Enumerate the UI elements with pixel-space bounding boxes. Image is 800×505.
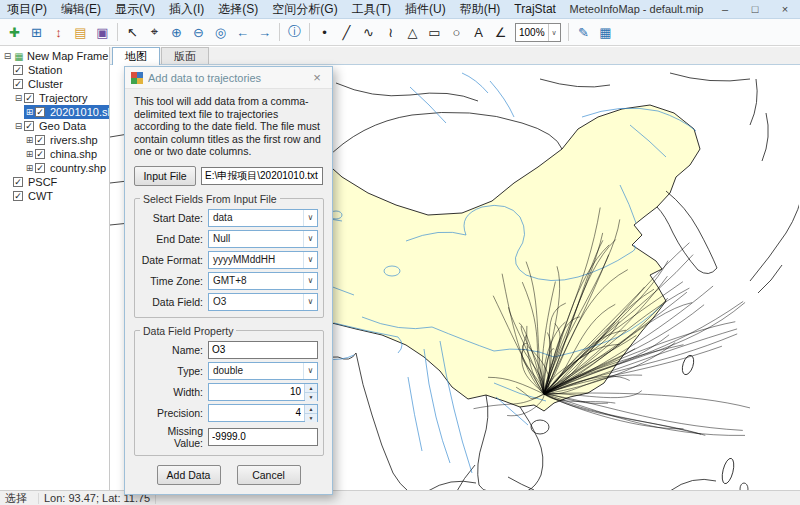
expand-icon[interactable]: ⊞	[24, 135, 35, 145]
text-label-icon[interactable]: A	[468, 22, 489, 43]
collapse-icon[interactable]: ⊟	[13, 93, 24, 103]
save-icon[interactable]: ▣	[92, 22, 113, 43]
expand-icon[interactable]: ⊞	[24, 149, 35, 159]
width-field[interactable]	[209, 384, 304, 400]
tree-node-cwt[interactable]: ✓ CWT	[13, 189, 109, 203]
tree-node-20201010-shp[interactable]: ⊞ ✓ 20201010.shp	[24, 105, 109, 119]
layer-checkbox[interactable]: ✓	[35, 163, 45, 173]
chevron-down-icon[interactable]: ∨	[303, 252, 317, 268]
maximize-button[interactable]: □	[740, 0, 770, 18]
draw-curve-icon[interactable]: ≀	[380, 22, 401, 43]
tree-node-rivers-shp[interactable]: ⊞ ✓ rivers.shp	[24, 133, 109, 147]
precision-spinner[interactable]: ▲ ▼	[208, 404, 318, 422]
name-field[interactable]	[208, 341, 318, 359]
layer-checkbox[interactable]: ✓	[35, 107, 45, 117]
tab-map[interactable]: 地图	[112, 47, 160, 65]
menu-insert[interactable]: 插入(I)	[162, 0, 211, 18]
next-extent-icon[interactable]: →	[254, 22, 275, 43]
menu-trajstat[interactable]: TrajStat	[507, 0, 563, 18]
layer-checkbox[interactable]: ✓	[35, 135, 45, 145]
expand-icon[interactable]: ⊞	[24, 107, 35, 117]
layer-checkbox[interactable]: ✓	[24, 93, 34, 103]
chevron-down-icon[interactable]: ∨	[548, 24, 559, 41]
chevron-down-icon[interactable]: ∨	[303, 363, 317, 379]
data-field-combo[interactable]: O3 ∨	[208, 293, 318, 311]
end-date-combo[interactable]: Null ∨	[208, 230, 318, 248]
pan-icon[interactable]: ⌖	[144, 22, 165, 43]
menu-selection[interactable]: 选择(S)	[211, 0, 265, 18]
draw-point-icon[interactable]: •	[314, 22, 335, 43]
edit-pencil-icon[interactable]: ✎	[573, 22, 594, 43]
dialog-close-icon[interactable]: ×	[308, 70, 326, 85]
identify-icon[interactable]: ⓘ	[284, 22, 305, 43]
previous-extent-icon[interactable]: ←	[232, 22, 253, 43]
tree-label: CWT	[26, 190, 55, 202]
menu-edit[interactable]: 编辑(E)	[54, 0, 108, 18]
tree-node-pscf[interactable]: ✓ PSCF	[13, 175, 109, 189]
chevron-down-icon[interactable]: ∨	[303, 231, 317, 247]
zoom-combo[interactable]: ∨	[515, 23, 561, 42]
zoom-in-icon[interactable]: ⊕	[166, 22, 187, 43]
input-file-button[interactable]: Input File	[134, 166, 196, 186]
add-layer-icon[interactable]: ⊞	[26, 22, 47, 43]
menu-tools[interactable]: 工具(T)	[345, 0, 398, 18]
tree-node-country-shp[interactable]: ⊞ ✓ country.shp	[24, 161, 109, 175]
tree-node-station[interactable]: ✓ Station	[13, 63, 109, 77]
width-spinner[interactable]: ▲ ▼	[208, 383, 318, 401]
full-extent-icon[interactable]: ◎	[210, 22, 231, 43]
date-format-combo[interactable]: yyyyMMddHH ∨	[208, 251, 318, 269]
dialog-title-bar[interactable]: Add data to trajectories ×	[125, 67, 332, 89]
spinner-down-icon[interactable]: ▼	[305, 414, 317, 422]
layer-checkbox[interactable]: ✓	[13, 79, 23, 89]
layer-checkbox[interactable]: ✓	[13, 177, 23, 187]
precision-field[interactable]	[209, 405, 304, 421]
layer-order-icon[interactable]: ↕	[48, 22, 69, 43]
chevron-down-icon[interactable]: ∨	[303, 210, 317, 226]
measure-icon[interactable]: ∠	[490, 22, 511, 43]
spinner-down-icon[interactable]: ▼	[305, 393, 317, 401]
layer-checkbox[interactable]: ✓	[35, 149, 45, 159]
menu-plugins[interactable]: 插件(U)	[398, 0, 453, 18]
draw-rectangle-icon[interactable]: ▭	[424, 22, 445, 43]
chevron-down-icon[interactable]: ∨	[303, 273, 317, 289]
layer-checkbox[interactable]: ✓	[13, 191, 23, 201]
tree-node-new-map-frame[interactable]: ⊟ ▦ New Map Frame	[2, 49, 109, 63]
open-file-icon[interactable]: ▤	[70, 22, 91, 43]
spinner-up-icon[interactable]: ▲	[305, 405, 317, 414]
tree-node-trajectory[interactable]: ⊟ ✓ Trajectory	[13, 91, 109, 105]
start-date-combo[interactable]: data ∨	[208, 209, 318, 227]
input-file-field[interactable]	[201, 167, 323, 185]
minimize-button[interactable]: –	[710, 0, 740, 18]
tab-layout[interactable]: 版面	[161, 47, 209, 64]
menu-spatial-analysis[interactable]: 空间分析(G)	[265, 0, 344, 18]
tree-node-geo-data[interactable]: ⊟ ✓ Geo Data	[13, 119, 109, 133]
layer-checkbox[interactable]: ✓	[24, 121, 34, 131]
tree-node-cluster[interactable]: ✓ Cluster	[13, 77, 109, 91]
menu-help[interactable]: 帮助(H)	[453, 0, 508, 18]
expand-icon[interactable]: ⊞	[24, 163, 35, 173]
missing-value-field[interactable]	[208, 428, 318, 446]
zoom-out-icon[interactable]: ⊖	[188, 22, 209, 43]
add-data-button[interactable]: Add Data	[157, 465, 221, 485]
draw-polyline-icon[interactable]: ∿	[358, 22, 379, 43]
spinner-buttons: ▲ ▼	[304, 405, 317, 421]
collapse-icon[interactable]: ⊟	[13, 121, 24, 131]
time-zone-combo[interactable]: GMT+8 ∨	[208, 272, 318, 290]
menu-view[interactable]: 显示(V)	[108, 0, 162, 18]
type-combo[interactable]: double ∨	[208, 362, 318, 380]
zoom-input[interactable]	[516, 25, 548, 40]
draw-ellipse-icon[interactable]: ○	[446, 22, 467, 43]
draw-polygon-icon[interactable]: △	[402, 22, 423, 43]
add-map-frame-icon[interactable]: ✚	[4, 22, 25, 43]
close-button[interactable]: ×	[770, 0, 800, 18]
tree-node-china-shp[interactable]: ⊞ ✓ china.shp	[24, 147, 109, 161]
select-icon[interactable]: ↖	[122, 22, 143, 43]
cancel-button[interactable]: Cancel	[237, 465, 301, 485]
chevron-down-icon[interactable]: ∨	[303, 294, 317, 310]
collapse-icon[interactable]: ⊟	[2, 51, 13, 61]
attribute-table-icon[interactable]: ▦	[595, 22, 616, 43]
draw-line-icon[interactable]: ╱	[336, 22, 357, 43]
layer-checkbox[interactable]: ✓	[13, 65, 23, 75]
menu-project[interactable]: 项目(P)	[0, 0, 54, 18]
spinner-up-icon[interactable]: ▲	[305, 384, 317, 393]
